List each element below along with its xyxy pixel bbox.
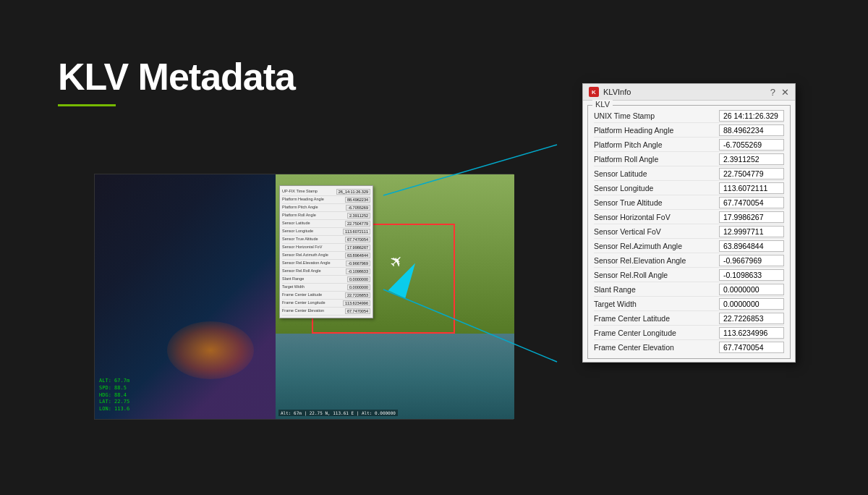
thermal-pane: ALT: 67.7mSPD: 88.5HDG: 88.4LAT: 22.75LO… [95,174,276,419]
klv-field-label: Sensor Rel.Elevation Angle [594,256,719,265]
klv-data-row: UNIX Time Stamp26 14:11:26.329 [594,109,784,123]
klv-field-value: 113.6072111 [719,182,784,194]
klv-field-value: 17.9986267 [719,211,784,223]
small-klv-row: Sensor True Altitude 67.7470054 [282,236,370,244]
klv-field-value: 22.7226853 [719,313,784,324]
small-klv-row: Platform Pitch Angle -6.7055269 [282,204,370,212]
klv-data-row: Sensor Rel.Azimuth Angle63.8964844 [594,239,784,253]
klv-data-row: Platform Pitch Angle-6.7055269 [594,138,784,152]
klv-field-value: 26 14:11:26.329 [719,110,784,122]
window-titlebar: K KLVInfo ? ✕ [583,84,795,101]
small-klv-row: Sensor Latitude 22.7504779 [282,220,370,228]
green-telemetry-overlay: ALT: 67.7mSPD: 88.5HDG: 88.4LAT: 22.75LO… [99,378,129,413]
klv-field-label: Sensor True Altitude [594,198,719,207]
klv-field-label: UNIX Time Stamp [594,111,719,120]
klv-field-value: -6.7055269 [719,139,784,151]
klv-field-value: 0.0000000 [719,298,784,310]
klv-field-value: -0.1098633 [719,269,784,281]
klv-field-label: Frame Center Elevation [594,343,719,352]
klv-field-label: Target Width [594,300,719,308]
klv-data-row: Sensor Rel.Roll Angle-0.1098633 [594,268,784,282]
klv-data-row: Target Width0.0000000 [594,297,784,311]
klv-field-label: Frame Center Latitude [594,314,719,323]
klv-group-box: KLV UNIX Time Stamp26 14:11:26.329Platfo… [587,105,791,359]
page-title: KLV Metadata [58,58,295,96]
small-klv-row: Frame Center Latitude 22.7226853 [282,292,370,300]
klv-field-label: Sensor Longitude [594,184,719,192]
titlebar-left: K KLVInfo [589,87,631,97]
small-klv-row: Sensor Rel.Roll Angle -0.1098633 [282,268,370,276]
klv-data-row: Sensor True Altitude67.7470054 [594,195,784,210]
small-klv-row: Platform Heading Angle 88.4962234 [282,196,370,204]
klv-data-row: Sensor Horizontal FoV17.9986267 [594,210,784,224]
klv-field-value: 22.7504779 [719,168,784,179]
small-klv-row: Slant Range 0.0000000 [282,276,370,284]
window-title: KLVInfo [603,88,631,96]
klv-field-label: Platform Roll Angle [594,155,719,164]
small-klv-row: Frame Center Longitude 113.6234996 [282,300,370,308]
small-klv-panel: UP-FIX Time Stamp 26_14:11:26.329 Platfo… [279,185,373,318]
klv-field-label: Platform Heading Angle [594,126,719,135]
title-section: KLV Metadata [58,58,295,106]
klv-data-row: Frame Center Longitude113.6234996 [594,326,784,340]
klv-data-row: Frame Center Elevation67.7470054 [594,340,784,354]
small-klv-row: UP-FIX Time Stamp 26_14:11:26.329 [282,188,370,196]
klv-data-row: Sensor Longitude113.6072111 [594,181,784,195]
close-button[interactable]: ✕ [781,88,789,97]
klv-data-row: Sensor Latitude22.7504779 [594,166,784,181]
titlebar-controls[interactable]: ? ✕ [770,88,789,97]
small-klv-row: Platform Roll Angle 2.3911252 [282,212,370,220]
klv-field-label: Frame Center Longitude [594,329,719,337]
klv-field-label: Sensor Rel.Azimuth Angle [594,242,719,250]
klv-field-label: Sensor Horizontal FoV [594,213,719,221]
klv-data-row: Platform Heading Angle88.4962234 [594,123,784,138]
klv-info-window: K KLVInfo ? ✕ KLV UNIX Time Stamp26 14:1… [582,83,796,363]
klv-field-value: 67.7470054 [719,197,784,208]
klv-field-value: 12.9997711 [719,226,784,237]
small-klv-row: Target Width 0.0000000 [282,284,370,292]
klv-data-row: Frame Center Latitude22.7226853 [594,311,784,326]
thermal-glow [167,321,254,379]
klv-field-value: -0.9667969 [719,255,784,266]
klv-data-row: Sensor Rel.Elevation Angle-0.9667969 [594,253,784,268]
help-button[interactable]: ? [770,88,775,97]
small-klv-row: Sensor Rel.Azimuth Angle 63.8964844 [282,252,370,260]
klv-data-row: Slant Range0.0000000 [594,282,784,297]
water-area [276,334,514,419]
klv-field-value: 0.0000000 [719,284,784,295]
small-klv-row: Sensor Rel.Elevation Angle -0.9667969 [282,260,370,268]
klv-field-value: 113.6234996 [719,327,784,339]
klv-field-value: 63.8964844 [719,240,784,252]
klv-group-label: KLV [592,100,613,109]
small-klv-row: Sensor Longitude 113.6072111 [282,228,370,236]
klv-data-row: Platform Roll Angle2.3911252 [594,152,784,166]
klv-field-label: Sensor Rel.Roll Angle [594,271,719,279]
klv-field-label: Slant Range [594,285,719,294]
klv-field-value: 88.4962234 [719,124,784,136]
klv-field-value: 2.3911252 [719,153,784,165]
window-app-icon: K [589,87,599,97]
small-klv-row: Sensor Horizontal FoV 17.9986267 [282,244,370,252]
title-underline [58,104,116,106]
klv-data-table: UNIX Time Stamp26 14:11:26.329Platform H… [594,109,784,354]
map-coordinates: Alt: 67m | 22.75 N, 113.61 E | Alt: 0.00… [278,410,398,416]
media-area: ALT: 67.7mSPD: 88.5HDG: 88.4LAT: 22.75LO… [94,174,514,420]
klv-field-value: 67.7470054 [719,342,784,353]
klv-field-label: Sensor Vertical FoV [594,227,719,236]
small-klv-row: Frame Center Elevation 67.7470054 [282,308,370,316]
klv-data-row: Sensor Vertical FoV12.9997711 [594,224,784,239]
klv-field-label: Platform Pitch Angle [594,140,719,149]
klv-field-label: Sensor Latitude [594,169,719,178]
